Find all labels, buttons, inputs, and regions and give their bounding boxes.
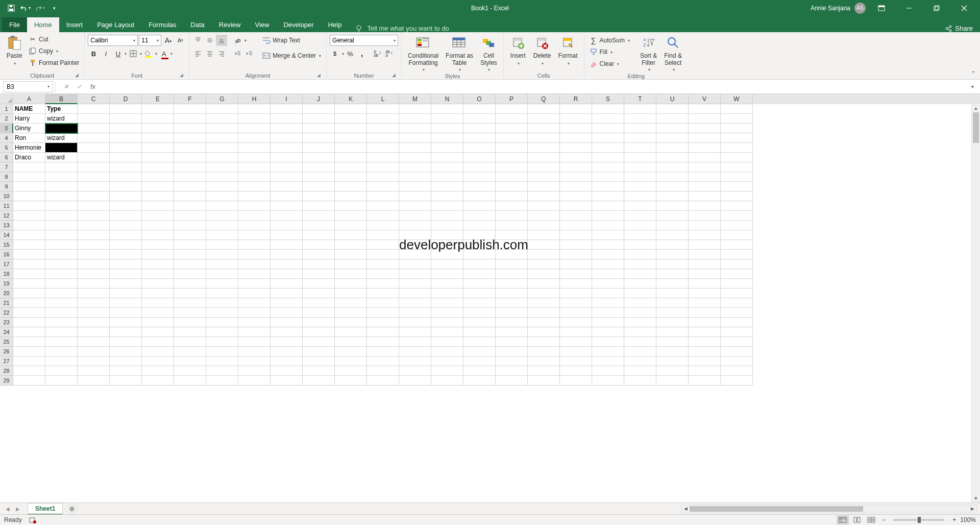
cell-L15[interactable]: [367, 240, 399, 250]
cell-L29[interactable]: [367, 376, 399, 386]
cell-S15[interactable]: [592, 240, 624, 250]
cell-M3[interactable]: [399, 124, 431, 133]
cell-F3[interactable]: [174, 124, 206, 133]
cell-U3[interactable]: [656, 124, 689, 133]
cell-R6[interactable]: [560, 153, 592, 162]
cell-F2[interactable]: [174, 114, 206, 124]
cell-R9[interactable]: [560, 182, 592, 192]
cell-A4[interactable]: Ron: [13, 133, 45, 143]
cell-D5[interactable]: [110, 143, 142, 153]
cell-F20[interactable]: [174, 289, 206, 298]
cell-G13[interactable]: [206, 221, 238, 230]
cell-K9[interactable]: [335, 182, 367, 192]
page-break-view-icon[interactable]: [865, 515, 877, 524]
cell-V15[interactable]: [689, 240, 721, 250]
cell-C15[interactable]: [78, 240, 110, 250]
cell-W11[interactable]: [721, 201, 753, 211]
cell-A22[interactable]: [13, 308, 45, 318]
cell-H3[interactable]: [238, 124, 271, 133]
cell-H12[interactable]: [238, 211, 271, 221]
cell-I7[interactable]: [271, 162, 303, 172]
cell-B2[interactable]: wizard: [45, 114, 78, 124]
cell-P22[interactable]: [496, 308, 528, 318]
cell-U4[interactable]: [656, 133, 689, 143]
cell-J19[interactable]: [303, 279, 335, 289]
cell-G2[interactable]: [206, 114, 238, 124]
cell-V23[interactable]: [689, 318, 721, 327]
tab-insert[interactable]: Insert: [59, 17, 90, 32]
cell-H14[interactable]: [238, 230, 271, 240]
name-box[interactable]: B3▾: [3, 81, 53, 92]
cell-O5[interactable]: [463, 143, 496, 153]
cell-M18[interactable]: [399, 269, 431, 279]
font-color-dropdown[interactable]: ▾: [170, 52, 173, 56]
cell-O4[interactable]: [463, 133, 496, 143]
cell-Q17[interactable]: [528, 259, 560, 269]
cell-D13[interactable]: [110, 221, 142, 230]
column-header-D[interactable]: D: [110, 94, 142, 104]
cell-N29[interactable]: [431, 376, 463, 386]
cell-W5[interactable]: [721, 143, 753, 153]
cell-H22[interactable]: [238, 308, 271, 318]
maximize-button[interactable]: [925, 0, 948, 16]
cell-D9[interactable]: [110, 182, 142, 192]
cell-U2[interactable]: [656, 114, 689, 124]
cell-I5[interactable]: [271, 143, 303, 153]
cell-K18[interactable]: [335, 269, 367, 279]
italic-button[interactable]: I: [100, 48, 111, 59]
cell-I18[interactable]: [271, 269, 303, 279]
enter-formula-icon[interactable]: ✓: [73, 81, 85, 92]
cell-V28[interactable]: [689, 366, 721, 376]
wrap-text-button[interactable]: Wrap Text: [260, 35, 323, 46]
cell-D23[interactable]: [110, 318, 142, 327]
cell-R23[interactable]: [560, 318, 592, 327]
cell-Q10[interactable]: [528, 192, 560, 201]
cell-I24[interactable]: [271, 327, 303, 337]
cell-V25[interactable]: [689, 337, 721, 347]
row-header-11[interactable]: 11: [0, 201, 13, 211]
cell-I23[interactable]: [271, 318, 303, 327]
cell-T29[interactable]: [624, 376, 656, 386]
tab-formulas[interactable]: Formulas: [141, 17, 183, 32]
delete-cells-button[interactable]: Delete▾: [530, 34, 554, 68]
horizontal-scrollbar[interactable]: ◀ ▶: [681, 505, 977, 513]
cell-J9[interactable]: [303, 182, 335, 192]
cell-S6[interactable]: [592, 153, 624, 162]
cell-N23[interactable]: [431, 318, 463, 327]
cell-P28[interactable]: [496, 366, 528, 376]
cell-J7[interactable]: [303, 162, 335, 172]
cell-T8[interactable]: [624, 172, 656, 182]
cell-U16[interactable]: [656, 250, 689, 259]
cell-O24[interactable]: [463, 327, 496, 337]
cell-I29[interactable]: [271, 376, 303, 386]
cell-T16[interactable]: [624, 250, 656, 259]
cell-W28[interactable]: [721, 366, 753, 376]
cell-E22[interactable]: [142, 308, 174, 318]
close-button[interactable]: [952, 0, 976, 16]
cell-P16[interactable]: [496, 250, 528, 259]
column-header-H[interactable]: H: [238, 94, 271, 104]
column-header-W[interactable]: W: [721, 94, 753, 104]
cell-N11[interactable]: [431, 201, 463, 211]
cell-E10[interactable]: [142, 192, 174, 201]
cell-U14[interactable]: [656, 230, 689, 240]
cell-G24[interactable]: [206, 327, 238, 337]
cell-H8[interactable]: [238, 172, 271, 182]
cell-J22[interactable]: [303, 308, 335, 318]
cell-F5[interactable]: [174, 143, 206, 153]
cell-O11[interactable]: [463, 201, 496, 211]
cell-H24[interactable]: [238, 327, 271, 337]
cell-N15[interactable]: [431, 240, 463, 250]
cell-W20[interactable]: [721, 289, 753, 298]
cell-G28[interactable]: [206, 366, 238, 376]
save-icon[interactable]: [5, 2, 17, 14]
cell-D1[interactable]: [110, 104, 142, 114]
cell-R16[interactable]: [560, 250, 592, 259]
row-header-27[interactable]: 27: [0, 356, 13, 366]
select-all-button[interactable]: [0, 94, 13, 104]
cell-C20[interactable]: [78, 289, 110, 298]
row-header-3[interactable]: 3: [0, 124, 13, 133]
cell-O3[interactable]: [463, 124, 496, 133]
cell-Q19[interactable]: [528, 279, 560, 289]
cell-O7[interactable]: [463, 162, 496, 172]
